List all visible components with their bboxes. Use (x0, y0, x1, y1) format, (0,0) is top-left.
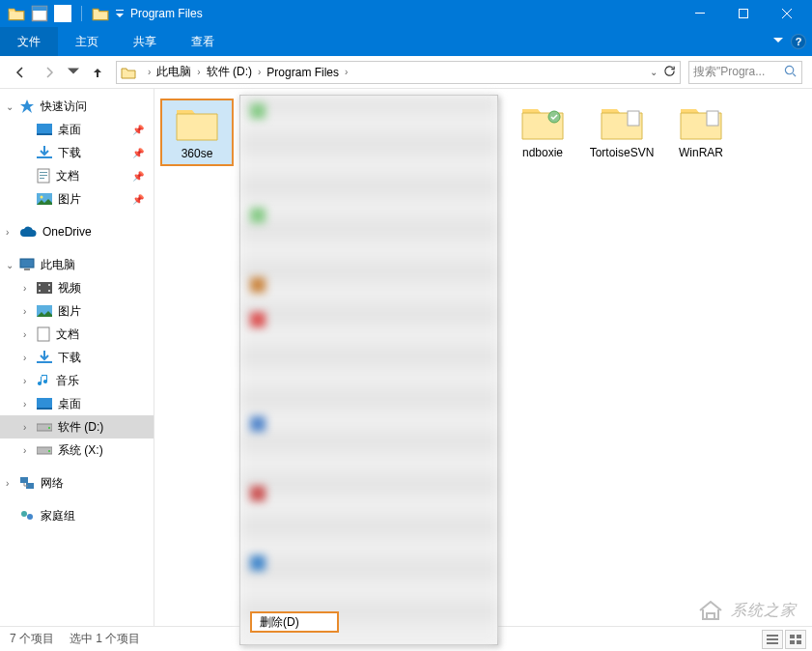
sidebar-item-label: 桌面 (58, 122, 81, 138)
sidebar-item-drive-x[interactable]: › 系统 (X:) (0, 439, 154, 462)
titlebar: Program Files (0, 0, 812, 27)
breadcrumb-this-pc[interactable]: 此电脑 (156, 64, 191, 80)
chevron-right-icon[interactable]: › (23, 422, 26, 433)
chevron-right-icon[interactable]: › (6, 227, 9, 238)
sidebar-item-label: 软件 (D:) (58, 419, 103, 436)
chevron-down-icon[interactable]: ⌄ (6, 260, 14, 270)
chevron-right-icon[interactable]: › (23, 329, 26, 340)
tab-home[interactable]: 主页 (58, 27, 116, 56)
network-icon (19, 476, 35, 490)
file-tab[interactable]: 文件 (0, 27, 58, 56)
breadcrumb-drive[interactable]: 软件 (D:) (207, 64, 252, 80)
folder-icon (599, 103, 645, 142)
svg-rect-9 (37, 156, 52, 158)
folder-winrar[interactable]: WinRAR (664, 99, 738, 166)
sidebar-item-documents-pc[interactable]: › 文档 (0, 323, 154, 346)
sidebar-item-pictures[interactable]: 图片 📌 (0, 187, 154, 211)
search-placeholder: 搜索"Progra... (693, 64, 765, 80)
picture-icon (37, 305, 52, 317)
chevron-right-icon[interactable]: › (23, 376, 26, 386)
folder-360se[interactable]: 360se (160, 99, 234, 166)
folder-tortoisesvn[interactable]: TortoiseSVN (585, 99, 658, 166)
back-button[interactable] (10, 62, 31, 83)
close-button[interactable] (765, 0, 808, 27)
svg-rect-44 (790, 640, 795, 644)
svg-rect-13 (40, 178, 44, 179)
folder-small-icon[interactable] (92, 5, 109, 22)
checkbox-icon[interactable] (54, 5, 71, 22)
chevron-right-icon[interactable]: › (148, 67, 151, 77)
svg-rect-39 (767, 635, 778, 637)
window-title: Program Files (130, 7, 678, 20)
sidebar-item-desktop-pc[interactable]: › 桌面 (0, 392, 154, 415)
sidebar-item-label: 视频 (58, 280, 81, 297)
drive-icon (37, 444, 52, 456)
recent-dropdown-icon[interactable] (68, 62, 79, 83)
svg-rect-17 (24, 269, 30, 270)
sidebar-item-music[interactable]: › 音乐 (0, 369, 154, 392)
minimize-button[interactable] (678, 0, 721, 27)
sidebar-this-pc[interactable]: ⌄ 此电脑 (0, 253, 154, 276)
folder-label: ndboxie (522, 146, 563, 159)
icons-view-button[interactable] (785, 630, 806, 649)
breadcrumb-folder[interactable]: Program Files (266, 66, 339, 79)
chevron-right-icon[interactable]: › (197, 67, 200, 77)
chevron-right-icon[interactable]: › (23, 283, 26, 294)
chevron-right-icon[interactable]: › (345, 67, 348, 77)
refresh-icon[interactable] (663, 65, 676, 80)
chevron-right-icon[interactable]: › (6, 478, 9, 489)
up-button[interactable] (87, 62, 108, 83)
video-icon (37, 282, 52, 294)
star-icon (19, 99, 35, 114)
monitor-icon (19, 258, 35, 271)
document-icon (37, 168, 50, 184)
svg-rect-41 (767, 642, 778, 644)
tab-view[interactable]: 查看 (174, 27, 232, 56)
sidebar-onedrive[interactable]: › OneDrive (0, 220, 154, 243)
folder-label: TortoiseSVN (590, 146, 655, 159)
context-menu-delete[interactable]: 删除(D) (250, 611, 339, 633)
sidebar-network[interactable]: › 网络 (0, 471, 154, 495)
sidebar-quick-access[interactable]: ⌄ 快速访问 (0, 95, 154, 118)
context-menu-item-label: 删除(D) (260, 614, 299, 631)
tab-share[interactable]: 共享 (116, 27, 174, 56)
svg-point-15 (41, 196, 43, 199)
context-menu[interactable]: 删除(D) (239, 95, 498, 645)
svg-rect-42 (790, 635, 795, 638)
maximize-button[interactable] (721, 0, 765, 27)
sidebar-item-documents[interactable]: 文档 📌 (0, 164, 154, 187)
sidebar-item-downloads[interactable]: 下载 📌 (0, 141, 154, 164)
qat-divider (81, 6, 82, 21)
help-icon[interactable]: ? (791, 34, 806, 49)
details-view-button[interactable] (762, 630, 783, 649)
ribbon-collapse-icon[interactable] (773, 35, 783, 48)
properties-icon[interactable] (31, 5, 48, 22)
qat-dropdown-icon[interactable] (115, 5, 125, 22)
sidebar-item-videos[interactable]: › 视频 (0, 276, 154, 299)
chevron-right-icon[interactable]: › (23, 306, 26, 317)
search-input[interactable]: 搜索"Progra... (688, 61, 802, 84)
search-icon[interactable] (784, 65, 797, 80)
chevron-right-icon[interactable]: › (23, 445, 26, 456)
desktop-icon (37, 124, 52, 135)
chevron-right-icon[interactable]: › (23, 353, 26, 363)
sidebar-item-drive-d[interactable]: › 软件 (D:) (0, 415, 154, 439)
sidebar-item-desktop[interactable]: 桌面 📌 (0, 118, 154, 141)
sidebar-item-pictures-pc[interactable]: › 图片 (0, 299, 154, 323)
sidebar-item-label: 音乐 (56, 373, 79, 389)
pin-icon: 📌 (132, 171, 144, 182)
chevron-right-icon[interactable]: › (23, 399, 26, 410)
window-controls (678, 0, 808, 27)
address-dropdown-icon[interactable]: ⌄ (650, 67, 658, 77)
chevron-right-icon[interactable]: › (258, 67, 261, 77)
forward-button[interactable] (39, 62, 60, 83)
svg-rect-7 (37, 124, 52, 133)
folder-sandboxie[interactable]: ndboxie (506, 99, 579, 166)
address-bar[interactable]: › 此电脑 › 软件 (D:) › Program Files › ⌄ (116, 61, 681, 84)
svg-rect-43 (797, 635, 801, 638)
sidebar-homegroup[interactable]: 家庭组 (0, 504, 154, 527)
folder-icon (8, 5, 25, 22)
svg-rect-20 (39, 290, 41, 292)
chevron-down-icon[interactable]: ⌄ (6, 101, 14, 112)
sidebar-item-downloads-pc[interactable]: › 下载 (0, 346, 154, 369)
